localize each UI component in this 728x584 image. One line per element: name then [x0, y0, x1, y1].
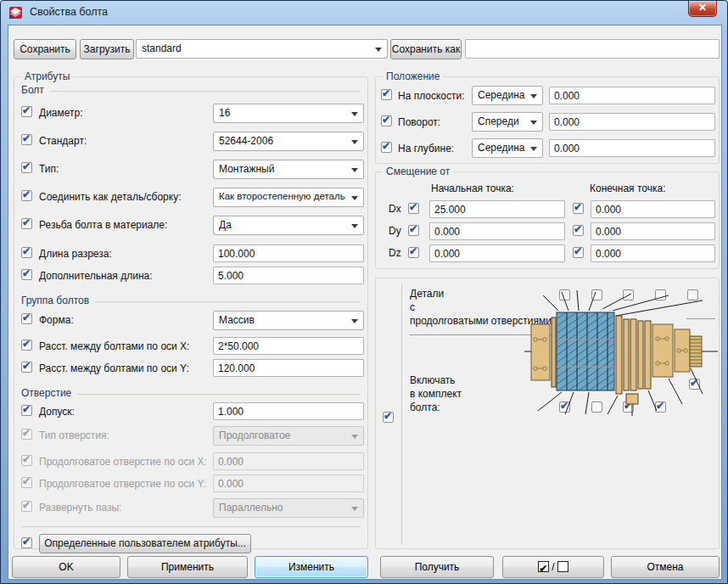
cut-length-label: Длина разреза:	[39, 248, 112, 260]
diameter-combo[interactable]: 16	[213, 104, 364, 123]
cut-length-checkbox[interactable]	[21, 247, 32, 258]
standard-checkbox[interactable]	[21, 134, 32, 145]
hole-section-label: Отверстие	[21, 387, 71, 399]
uda-checkbox[interactable]	[21, 537, 32, 548]
standard-label: Стандарт:	[39, 135, 87, 147]
rotation-checkbox[interactable]	[381, 115, 392, 126]
chevron-down-icon	[530, 94, 537, 98]
tolerance-input[interactable]	[213, 402, 364, 420]
cancel-button[interactable]: Отмена	[611, 556, 720, 578]
modify-button[interactable]: Изменить	[255, 556, 368, 578]
hole-type-checkbox[interactable]	[21, 429, 32, 440]
shape-checkbox[interactable]	[21, 313, 32, 324]
slot-y-checkbox[interactable]	[21, 477, 32, 488]
save-as-button[interactable]: Сохранить как	[390, 39, 462, 59]
at-depth-input[interactable]	[549, 139, 715, 157]
extra-length-label: Дополнительная длина:	[39, 270, 153, 282]
rotate-slots-combo: Параллельно	[213, 498, 364, 518]
thread-in-material-checkbox[interactable]	[21, 218, 32, 229]
dx-start-input[interactable]	[429, 200, 565, 218]
rotation-input[interactable]	[549, 113, 715, 131]
on-plane-input[interactable]	[549, 87, 715, 104]
rotate-slots-checkbox[interactable]	[21, 501, 32, 512]
dz-end-checkbox[interactable]	[573, 247, 584, 258]
extra-length-input[interactable]	[213, 267, 364, 284]
chevron-down-icon	[351, 224, 358, 228]
offset-group: Смещение от Начальная точка: Конечная то…	[375, 171, 720, 269]
slot-x-label: Продолговатое отверстие по оси X:	[39, 456, 207, 468]
dist-x-label: Расст. между болтами по оси X:	[39, 340, 189, 352]
extra-length-checkbox[interactable]	[21, 269, 32, 280]
dx-end-input[interactable]	[591, 200, 715, 218]
row-diameter: Диаметр: 16	[21, 104, 361, 123]
tolerance-checkbox[interactable]	[21, 405, 32, 416]
row-cut-length: Длина разреза:	[21, 244, 361, 262]
dz-start-input[interactable]	[429, 244, 565, 262]
dz-end-input[interactable]	[591, 244, 715, 262]
dx-start-checkbox[interactable]	[408, 203, 419, 214]
row-standard: Стандарт: 52644-2006	[21, 132, 361, 151]
at-depth-label: На глубине:	[398, 143, 454, 154]
chevron-down-icon	[375, 48, 382, 52]
hole-type-label: Тип отверстия:	[39, 430, 109, 441]
save-button[interactable]: Сохранить	[14, 39, 76, 59]
dx-end-checkbox[interactable]	[573, 203, 584, 214]
apply-button[interactable]: Применить	[127, 556, 248, 578]
type-label: Тип:	[39, 163, 59, 175]
window-title: Свойства болта	[30, 1, 108, 24]
chevron-down-icon	[351, 112, 358, 116]
type-combo[interactable]: Монтажный	[213, 160, 364, 179]
bolt-assembly-diagram	[524, 290, 718, 416]
dialog-client-area: Сохранить Загрузить standard Сохранить к…	[8, 25, 722, 580]
bolt-section-label: Болт	[21, 84, 44, 96]
titlebar[interactable]: Свойства болта ✕	[1, 1, 727, 25]
position-group-caption: Положение	[383, 70, 443, 82]
chevron-down-icon	[530, 121, 537, 125]
dist-x-input[interactable]	[213, 337, 364, 355]
dy-start-input[interactable]	[429, 222, 565, 240]
connect-as-combo[interactable]: Как второстепенную деталь	[213, 188, 364, 207]
rotation-combo[interactable]: Спереди	[472, 112, 543, 132]
type-checkbox[interactable]	[21, 162, 32, 173]
start-point-header: Начальная точка:	[431, 182, 514, 194]
section-divider	[77, 394, 361, 395]
chevron-down-icon	[530, 147, 537, 151]
cut-length-input[interactable]	[213, 244, 364, 262]
dist-y-input[interactable]	[213, 359, 364, 377]
toggle-all-checkboxes-button[interactable]: /	[502, 556, 604, 578]
diameter-checkbox[interactable]	[21, 106, 32, 117]
load-button[interactable]: Загрузить	[80, 39, 134, 59]
ok-button[interactable]: OK	[12, 556, 120, 578]
user-defined-attributes-button[interactable]: Определенные пользователем атрибуты...	[39, 534, 251, 553]
save-as-input[interactable]	[465, 39, 720, 59]
thread-in-material-label: Резьба болта в материале:	[39, 219, 167, 231]
unchecked-box-icon	[557, 561, 568, 572]
attributes-group-caption: Атрибуты	[21, 70, 73, 82]
profile-combo[interactable]: standard	[136, 39, 388, 59]
bolt-parts-group: Детали с продолговатыми отверстиями: Вкл…	[375, 278, 720, 549]
position-group: Положение На плоскости: Середина Поворот…	[375, 76, 720, 164]
get-button[interactable]: Получить	[380, 556, 494, 578]
offset-group-caption: Смещение от	[383, 166, 453, 177]
dist-y-checkbox[interactable]	[21, 362, 32, 373]
chevron-down-icon	[351, 319, 358, 323]
shape-combo[interactable]: Массив	[213, 311, 364, 330]
close-button[interactable]: ✕	[688, 1, 717, 17]
dy-end-input[interactable]	[591, 222, 715, 240]
slot-x-checkbox[interactable]	[21, 455, 32, 466]
at-depth-combo[interactable]: Середина	[472, 138, 543, 158]
at-depth-checkbox[interactable]	[381, 142, 392, 153]
attributes-group: Атрибуты Болт Диаметр: 16 Стандарт: 5264…	[14, 76, 368, 549]
dz-start-checkbox[interactable]	[408, 247, 419, 258]
thread-in-material-combo[interactable]: Да	[213, 216, 364, 235]
row-uda: Определенные пользователем атрибуты...	[21, 534, 361, 553]
standard-combo[interactable]: 52644-2006	[213, 132, 364, 151]
dy-end-checkbox[interactable]	[573, 225, 584, 236]
on-plane-combo[interactable]: Середина	[472, 86, 543, 105]
on-plane-checkbox[interactable]	[381, 89, 392, 100]
dist-x-checkbox[interactable]	[21, 340, 32, 351]
dy-start-checkbox[interactable]	[408, 225, 419, 236]
connect-as-checkbox[interactable]	[21, 190, 32, 201]
dy-label: Dy	[389, 225, 401, 237]
parts-master-checkbox[interactable]	[383, 412, 394, 423]
